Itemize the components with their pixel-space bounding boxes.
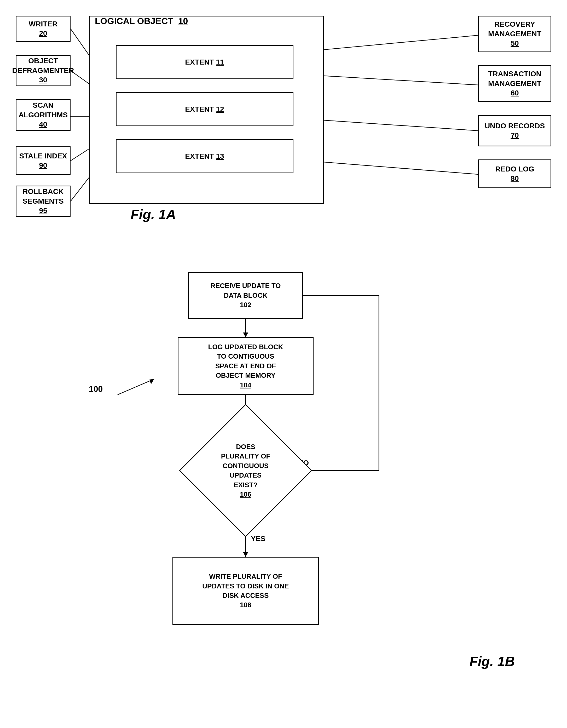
rollback-label: ROLLBACKSEGMENTS [22, 187, 64, 206]
plurality-diamond-text: DOESPLURALITY OFCONTIGUOUSUPDATESEXIST?1… [221, 442, 271, 499]
diagram-100-label: 100 [89, 384, 103, 394]
stale-index-box: STALE INDEX 90 [16, 146, 71, 175]
log-updated-box: LOG UPDATED BLOCKTO CONTIGUOUSSPACE AT E… [178, 337, 313, 395]
log-updated-num: 104 [240, 380, 251, 390]
undo-records-box: UNDO RECORDS 70 [478, 115, 551, 146]
svg-line-5 [324, 35, 478, 50]
svg-marker-14 [243, 552, 248, 557]
svg-line-6 [324, 76, 478, 85]
svg-text:YES: YES [251, 535, 266, 543]
svg-line-3 [71, 149, 89, 161]
undo-num: 70 [511, 131, 519, 140]
fig1b-label: Fig. 1B [469, 654, 515, 669]
transaction-num: 60 [511, 88, 519, 98]
receive-update-num: 102 [240, 300, 251, 309]
redo-label: REDO LOG [495, 164, 534, 174]
svg-marker-22 [150, 379, 154, 384]
redo-num: 80 [511, 174, 519, 183]
svg-line-4 [71, 178, 89, 201]
scan-algorithms-box: SCANALGORITHMS 40 [16, 99, 71, 131]
write-plurality-label: WRITE PLURALITY OFUPDATES TO DISK IN ONE… [202, 572, 289, 600]
logical-object-title: LOGICAL OBJECT 10 [90, 16, 323, 26]
log-updated-label: LOG UPDATED BLOCKTO CONTIGUOUSSPACE AT E… [208, 342, 283, 380]
figure-1b: YES NO 100 RECEIVE UPDATE TODATA BLOCK 1… [0, 256, 567, 716]
stale-index-num: 90 [39, 161, 47, 170]
svg-line-7 [324, 120, 478, 131]
obj-defrag-label: OBJECTDEFRAGMENTER [12, 56, 74, 75]
redo-log-box: REDO LOG 80 [478, 159, 551, 188]
write-plurality-num: 108 [240, 600, 251, 610]
scan-algo-label: SCANALGORITHMS [19, 101, 68, 120]
svg-line-0 [71, 29, 89, 55]
scan-algo-num: 40 [39, 120, 47, 129]
rollback-num: 95 [39, 206, 47, 215]
rollback-segments-box: ROLLBACKSEGMENTS 95 [16, 186, 71, 217]
write-plurality-box: WRITE PLURALITY OFUPDATES TO DISK IN ONE… [173, 557, 319, 625]
extent-13-box: EXTENT 13 [116, 139, 293, 173]
recovery-management-box: RECOVERYMANAGEMENT 50 [478, 16, 551, 52]
transaction-management-box: TRANSACTIONMANAGEMENT 60 [478, 65, 551, 102]
recovery-label: RECOVERYMANAGEMENT [488, 20, 541, 39]
writer-box: WRITER 20 [16, 16, 71, 42]
writer-label: WRITER [29, 19, 58, 29]
extent-11-box: EXTENT 11 [116, 45, 293, 79]
recovery-num: 50 [511, 39, 519, 48]
obj-defrag-num: 30 [39, 75, 47, 85]
logical-object-num: 10 [178, 16, 188, 26]
extent-11-num: 11 [216, 58, 224, 66]
svg-line-21 [118, 379, 154, 395]
transaction-label: TRANSACTIONMANAGEMENT [488, 69, 541, 88]
undo-label: UNDO RECORDS [485, 121, 545, 131]
logical-object-box: LOGICAL OBJECT 10 EXTENT 11 EXTENT 12 EX… [89, 16, 324, 204]
stale-index-label: STALE INDEX [19, 151, 67, 161]
extent-12-box: EXTENT 12 [116, 92, 293, 126]
svg-line-8 [324, 162, 478, 174]
fig1a-label: Fig. 1A [131, 207, 176, 222]
receive-update-label: RECEIVE UPDATE TODATA BLOCK [210, 281, 281, 300]
receive-update-box: RECEIVE UPDATE TODATA BLOCK 102 [188, 272, 303, 319]
extent-12-num: 12 [216, 105, 224, 113]
plurality-diamond-container: DOESPLURALITY OFCONTIGUOUSUPDATESEXIST?1… [199, 423, 292, 518]
svg-marker-10 [243, 333, 248, 337]
obj-defragmenter-box: OBJECTDEFRAGMENTER 30 [16, 55, 71, 86]
figure-1a: WRITER 20 OBJECTDEFRAGMENTER 30 SCANALGO… [0, 8, 567, 243]
extent-13-num: 13 [216, 152, 224, 160]
writer-num: 20 [39, 29, 47, 38]
